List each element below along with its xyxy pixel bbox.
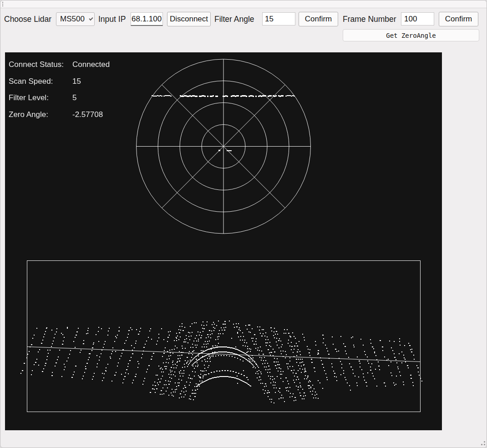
status-zero-angle: Zero Angle: -2.57708	[9, 110, 48, 119]
app-window: Choose Lidar MS500 Input IP Disconnect F…	[0, 0, 487, 448]
status-scan-speed-value: 15	[72, 77, 81, 86]
status-scan-speed-label: Scan Speed:	[9, 77, 53, 86]
status-zero-angle-label: Zero Angle:	[9, 110, 48, 119]
status-connect-value: Connected	[72, 60, 110, 69]
disconnect-button[interactable]: Disconnect	[167, 12, 211, 26]
input-ip-label: Input IP	[98, 15, 126, 24]
chevron-down-icon	[89, 16, 93, 20]
lidar-panel: Connect Status: Connected Scan Speed: 15…	[5, 52, 442, 430]
lidar-canvas	[5, 52, 442, 430]
get-zero-angle-button[interactable]: Get ZeroAngle	[343, 29, 479, 41]
lidar-select[interactable]: MS500	[56, 12, 95, 26]
choose-lidar-label: Choose Lidar	[4, 15, 51, 24]
lidar-select-value: MS500	[60, 15, 85, 24]
frame-number-confirm-button[interactable]: Confirm	[439, 12, 478, 26]
status-zero-angle-value: -2.57708	[72, 110, 103, 119]
status-filter-level-value: 5	[72, 93, 76, 102]
filter-angle-label: Filter Angle	[214, 15, 254, 24]
status-filter-level: Filter Level: 5	[9, 93, 49, 102]
filter-angle-input[interactable]	[262, 12, 295, 25]
frame-number-label: Frame Number	[343, 15, 396, 24]
ip-input[interactable]	[131, 12, 163, 26]
status-connect-label: Connect Status:	[9, 60, 64, 69]
frame-number-input[interactable]	[401, 12, 434, 25]
filter-angle-confirm-button[interactable]: Confirm	[299, 12, 338, 26]
window-top-strip	[0, 0, 487, 8]
status-connect: Connect Status: Connected	[9, 60, 64, 69]
status-scan-speed: Scan Speed: 15	[9, 77, 53, 86]
status-filter-level-label: Filter Level:	[9, 93, 49, 102]
